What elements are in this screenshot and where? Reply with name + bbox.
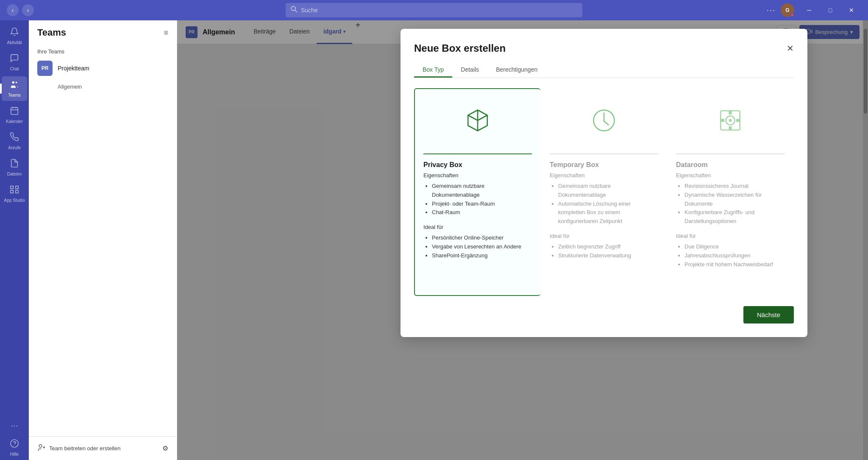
- privacy-idealfuer-list: Persönlicher Online-Speicher Vergabe von…: [423, 234, 532, 260]
- sidebar-label-appstudio: App Studio: [4, 198, 25, 203]
- list-item: Revisionssicheres Journal: [684, 182, 785, 191]
- svg-rect-9: [16, 186, 18, 189]
- svg-point-14: [39, 445, 42, 448]
- dataroom-idealfuer-label: Ideal für: [676, 233, 785, 239]
- sidebar-label-teams: Teams: [8, 93, 20, 98]
- box-card-dataroom[interactable]: Dataroom Eigenschaften Revisionssicheres…: [667, 88, 794, 296]
- sidebar-label-kalender: Kalender: [6, 119, 23, 124]
- nav-buttons: ‹ ›: [7, 4, 34, 16]
- dataroom-icon-area: [676, 99, 785, 142]
- sidebar-item-kalender[interactable]: Kalender: [2, 103, 27, 127]
- sidebar-item-appstudio[interactable]: App Studio: [2, 181, 27, 206]
- close-button[interactable]: ✕: [842, 3, 861, 17]
- team-item-projektteam[interactable]: PR Projektteam ···: [29, 56, 177, 80]
- settings-icon[interactable]: ⚙: [162, 444, 168, 452]
- more-dots-icon: ···: [11, 421, 18, 430]
- dialog-tab-boxtyp[interactable]: Box Typ: [414, 63, 452, 78]
- dataroom-icon: [715, 106, 745, 135]
- teams-icon: [10, 80, 19, 91]
- avatar[interactable]: G: [781, 3, 794, 17]
- icon-sidebar: Aktivität Chat Teams Kalender Anrufe: [0, 20, 29, 460]
- svg-rect-8: [11, 186, 13, 189]
- dataroom-eigenschaften-label: Eigenschaften: [676, 172, 785, 178]
- list-item: SharePoint-Ergänzung: [432, 251, 532, 260]
- temporary-idealfuer-label: Ideal für: [550, 233, 658, 239]
- team-name-projektteam: Projektteam: [58, 65, 163, 72]
- next-button[interactable]: Nächste: [743, 306, 794, 323]
- dataroom-idealfuer-list: Due Diligence Jahresabschlussprüfungen P…: [676, 243, 785, 269]
- temporary-box-icon-area: [550, 99, 658, 142]
- join-create-label: Team beitreten oder erstellen: [49, 445, 120, 452]
- teams-panel-title: Teams: [37, 27, 66, 38]
- sidebar-label-aktivitaet: Aktivität: [7, 40, 22, 45]
- filter-icon[interactable]: ≡: [164, 28, 168, 37]
- svg-rect-27: [721, 119, 724, 122]
- teams-section-label: Ihre Teams: [29, 45, 177, 56]
- nav-forward-button[interactable]: ›: [22, 4, 34, 16]
- calendar-icon: [10, 106, 19, 117]
- nav-back-button[interactable]: ‹: [7, 4, 19, 16]
- channel-item-allgemein[interactable]: Allgemein: [29, 80, 177, 93]
- box-divider-temporary: [550, 153, 658, 154]
- sidebar-item-hilfe[interactable]: Hilfe: [2, 435, 27, 460]
- sidebar-label-anrufe: Anrufe: [8, 145, 20, 150]
- svg-point-24: [729, 119, 732, 122]
- cube-icon: [463, 106, 492, 135]
- list-item: Chat-Raum: [432, 208, 532, 217]
- sidebar-item-dateien[interactable]: Dateien: [2, 155, 27, 180]
- sidebar-item-anrufe[interactable]: Anrufe: [2, 129, 27, 153]
- box-card-privacy[interactable]: Privacy Box Eigenschaften Gemeinsam nutz…: [414, 88, 540, 296]
- sidebar-item-more[interactable]: ···: [2, 417, 27, 434]
- svg-rect-4: [11, 108, 18, 114]
- list-item: Gemeinsam nutzbare Dokumentenablage: [558, 182, 658, 200]
- more-options-button[interactable]: ···: [767, 6, 776, 15]
- sidebar-label-dateien: Dateien: [7, 172, 22, 176]
- svg-point-2: [12, 81, 15, 84]
- chat-icon: [10, 53, 19, 65]
- list-item: Projekte mit hohem Nachweisbedarf: [684, 260, 785, 269]
- svg-line-21: [604, 121, 609, 125]
- title-bar-right: ··· G ─ □ ✕: [767, 3, 861, 17]
- box-types: Privacy Box Eigenschaften Gemeinsam nutz…: [414, 88, 794, 296]
- team-avatar-pr: PR: [37, 61, 53, 76]
- dialog: Neue Box erstellen ✕ Box Typ Details Ber…: [401, 29, 807, 337]
- dialog-footer: Nächste: [414, 306, 794, 323]
- svg-rect-10: [11, 190, 13, 193]
- help-icon: [10, 439, 19, 450]
- sidebar-label-chat: Chat: [10, 67, 19, 71]
- dialog-tab-berechtigungen[interactable]: Berechtigungen: [487, 63, 546, 78]
- files-icon: [10, 159, 19, 170]
- box-card-temporary[interactable]: Temporary Box Eigenschaften Gemeinsam nu…: [540, 88, 667, 296]
- main-content: PR Allgemein Beiträge Dateien idgard ▾ +: [177, 20, 868, 460]
- svg-rect-25: [729, 111, 732, 114]
- search-input[interactable]: [301, 7, 577, 14]
- teams-panel: Teams ≡ Ihre Teams PR Projektteam ··· Al…: [29, 20, 177, 460]
- teams-panel-footer: Team beitreten oder erstellen ⚙: [29, 436, 177, 460]
- dialog-title: Neue Box erstellen: [414, 42, 506, 54]
- main-layout: Aktivität Chat Teams Kalender Anrufe: [0, 20, 868, 460]
- box-divider-privacy: [423, 153, 532, 154]
- sidebar-label-hilfe: Hilfe: [10, 452, 19, 457]
- sidebar-item-aktivitaet[interactable]: Aktivität: [2, 24, 27, 48]
- list-item: Strukturierte Datenverwaltung: [558, 251, 658, 260]
- minimize-button[interactable]: ─: [799, 3, 819, 17]
- search-icon: [291, 6, 298, 14]
- team-join-create-button[interactable]: Team beitreten oder erstellen: [37, 443, 157, 453]
- privacy-eigenschaften-list: Gemeinsam nutzbare Dokumentenablage Proj…: [423, 182, 532, 217]
- phone-icon: [10, 132, 19, 144]
- dialog-tab-details[interactable]: Details: [452, 63, 487, 78]
- search-bar[interactable]: [286, 3, 582, 17]
- privacy-idealfuer-label: Ideal für: [423, 224, 532, 230]
- list-item: Dynamische Wasserzeichen für Dokumente: [684, 191, 785, 209]
- dialog-close-button[interactable]: ✕: [787, 43, 794, 53]
- list-item: Vergabe von Leserechten an Andere: [432, 243, 532, 251]
- list-item: Due Diligence: [684, 243, 785, 251]
- svg-point-3: [16, 82, 17, 84]
- list-item: Automatische Löschung einer kompletten B…: [558, 200, 658, 226]
- sidebar-item-teams[interactable]: Teams: [2, 76, 27, 101]
- maximize-button[interactable]: □: [821, 3, 840, 17]
- svg-rect-26: [729, 126, 732, 130]
- teams-panel-header: Teams ≡: [29, 20, 177, 45]
- sidebar-item-chat[interactable]: Chat: [2, 50, 27, 75]
- temporary-eigenschaften-label: Eigenschaften: [550, 172, 658, 178]
